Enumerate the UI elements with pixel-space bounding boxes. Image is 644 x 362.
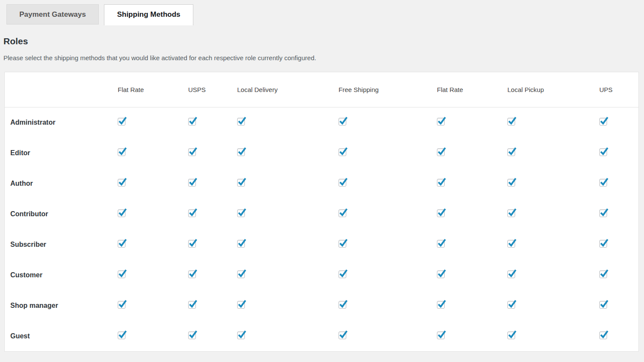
checkbox-cell [118,168,188,199]
shipping-method-checkbox[interactable] [118,331,125,339]
shipping-method-checkbox[interactable] [118,209,125,217]
shipping-method-checkbox[interactable] [507,118,515,126]
checkbox-cell [188,168,237,199]
check-icon [188,177,198,187]
tab-payment-gateways[interactable]: Payment Gateways [6,4,99,25]
shipping-method-checkbox[interactable] [188,209,196,217]
shipping-method-checkbox[interactable] [339,331,346,339]
shipping-method-checkbox[interactable] [237,240,245,248]
checkbox-cell [437,168,507,199]
shipping-method-checkbox[interactable] [237,148,245,156]
shipping-method-checkbox[interactable] [339,118,346,126]
shipping-method-checkbox[interactable] [188,179,196,187]
shipping-method-checkbox[interactable] [339,209,346,217]
shipping-method-checkbox[interactable] [118,240,125,248]
shipping-method-checkbox[interactable] [188,118,196,126]
checkbox-cell [507,199,599,229]
checkbox-cell [118,107,188,138]
checkbox-cell [339,199,437,229]
shipping-method-checkbox[interactable] [599,209,607,217]
shipping-method-checkbox[interactable] [507,301,515,309]
shipping-method-checkbox[interactable] [188,270,196,278]
shipping-method-checkbox[interactable] [599,240,607,248]
column-header-local-pickup: Local Pickup [507,72,599,107]
checkbox-cell [188,199,237,229]
shipping-method-checkbox[interactable] [188,301,196,309]
shipping-method-checkbox[interactable] [118,179,125,187]
shipping-method-checkbox[interactable] [237,301,245,309]
checkbox-cell [599,138,638,168]
shipping-method-checkbox[interactable] [507,209,515,217]
check-icon [507,177,517,187]
check-icon [437,147,446,156]
role-column-header [5,72,118,107]
shipping-method-checkbox[interactable] [599,118,607,126]
check-icon [507,208,517,217]
shipping-method-checkbox[interactable] [599,331,607,339]
check-icon [188,116,198,126]
shipping-method-checkbox[interactable] [339,240,346,248]
shipping-method-checkbox[interactable] [437,331,445,339]
checkbox-cell [118,138,188,168]
shipping-method-checkbox[interactable] [437,240,445,248]
column-header-local-delivery: Local Delivery [237,72,339,107]
check-icon [237,330,247,339]
shipping-method-checkbox[interactable] [118,148,125,156]
shipping-method-checkbox[interactable] [599,179,607,187]
shipping-method-checkbox[interactable] [237,209,245,217]
shipping-method-checkbox[interactable] [437,270,445,278]
tab-shipping-methods[interactable]: Shipping Methods [104,4,193,25]
shipping-method-checkbox[interactable] [118,270,125,278]
shipping-method-checkbox[interactable] [437,179,445,187]
role-label: Guest [5,321,118,351]
check-icon [339,269,348,278]
checkbox-cell [339,168,437,199]
shipping-method-checkbox[interactable] [437,118,445,126]
checkbox-cell [437,290,507,321]
shipping-method-checkbox[interactable] [507,270,515,278]
check-icon [188,238,198,248]
shipping-method-checkbox[interactable] [507,148,515,156]
shipping-method-checkbox[interactable] [599,270,607,278]
shipping-method-checkbox[interactable] [237,118,245,126]
role-label: Customer [5,260,118,290]
checkbox-cell [599,199,638,229]
shipping-method-checkbox[interactable] [437,148,445,156]
check-icon [599,299,609,309]
shipping-method-checkbox[interactable] [339,148,346,156]
checkbox-cell [118,290,188,321]
shipping-method-checkbox[interactable] [339,301,346,309]
shipping-method-checkbox[interactable] [237,179,245,187]
shipping-method-checkbox[interactable] [339,270,346,278]
shipping-method-checkbox[interactable] [599,148,607,156]
check-icon [599,330,609,339]
shipping-method-checkbox[interactable] [188,331,196,339]
shipping-method-checkbox[interactable] [118,118,125,126]
role-label: Shop manager [5,290,118,321]
shipping-method-checkbox[interactable] [507,331,515,339]
shipping-method-checkbox[interactable] [118,301,125,309]
shipping-method-checkbox[interactable] [507,240,515,248]
check-icon [188,299,198,309]
check-icon [507,299,517,309]
check-icon [188,147,198,156]
check-icon [437,330,446,339]
table-row-administrator: Administrator [5,107,638,138]
tab-bar: Payment Gateways Shipping Methods [0,0,644,25]
shipping-method-checkbox[interactable] [339,179,346,187]
shipping-method-checkbox[interactable] [437,301,445,309]
column-header-free-shipping: Free Shipping [339,72,437,107]
shipping-method-checkbox[interactable] [188,148,196,156]
shipping-method-checkbox[interactable] [237,331,245,339]
shipping-method-checkbox[interactable] [507,179,515,187]
shipping-method-checkbox[interactable] [599,301,607,309]
check-icon [507,147,517,156]
shipping-method-checkbox[interactable] [437,209,445,217]
table-row-customer: Customer [5,260,638,290]
check-icon [188,269,198,278]
shipping-method-checkbox[interactable] [237,270,245,278]
check-icon [437,177,446,187]
check-icon [599,147,609,156]
shipping-method-checkbox[interactable] [188,240,196,248]
checkbox-cell [188,290,237,321]
